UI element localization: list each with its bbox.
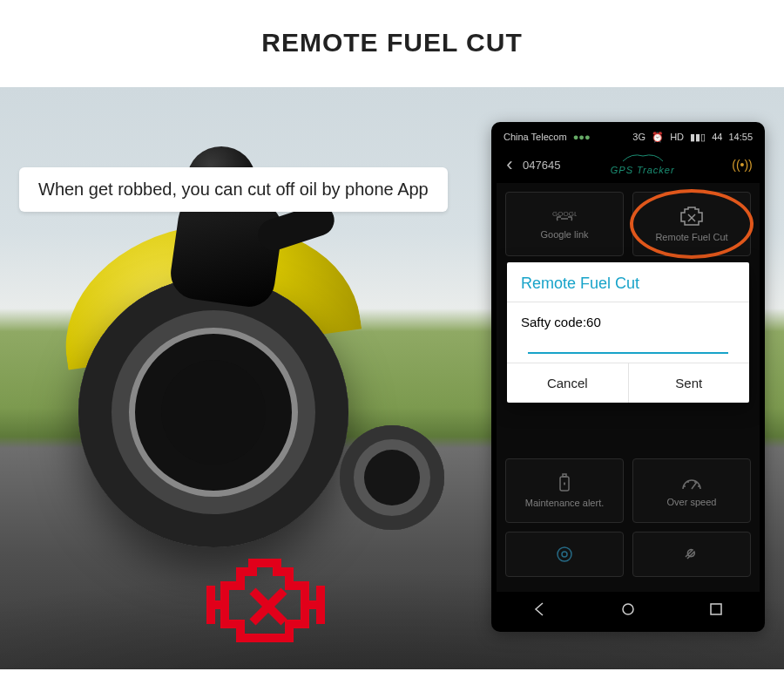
svg-text:GOOGLE: GOOGLE (552, 210, 577, 218)
gauge-icon (680, 474, 703, 492)
tile-label: Over speed (667, 497, 717, 507)
tile-label: Google link (540, 229, 588, 240)
antenna-icon: ((•)) (725, 158, 760, 172)
dialog-remote-fuel-cut: Remote Fuel Cut Safty code:60 Cancel Sen… (507, 262, 749, 403)
wrench-icon (682, 545, 701, 564)
svg-line-11 (692, 482, 697, 489)
device-id: 047645 (523, 159, 560, 172)
car-outline-icon (621, 154, 665, 163)
net-indicator: 3G (632, 132, 645, 142)
tile-over-speed[interactable]: Over speed (632, 458, 751, 523)
svg-line-8 (688, 214, 695, 221)
svg-point-16 (558, 547, 571, 561)
status-bar: China Telecom ●●● 3G ⏰ HD ▮▮▯ 44 14:55 (497, 127, 760, 146)
tile-remote-fuel-cut[interactable]: Remote Fuel Cut (632, 192, 751, 256)
app-logo: GPS Tracker (560, 154, 725, 175)
engine-x-icon (200, 551, 331, 655)
tile-partial-2[interactable] (632, 532, 751, 577)
carrier-1: China Telecom (504, 132, 567, 142)
page-title-bar: REMOTE FUEL CUT (0, 0, 784, 85)
dialog-body-text: Safty code:60 (521, 315, 601, 329)
back-button[interactable]: ‹ (497, 153, 523, 176)
svg-rect-10 (563, 474, 566, 477)
sent-button[interactable]: Sent (628, 363, 750, 403)
signal-icon: ▮▮▯ (690, 132, 706, 142)
tile-maintenance-alert[interactable]: Maintenance alert. (505, 458, 624, 523)
dialog-actions: Cancel Sent (507, 363, 749, 403)
battery-icon: 44 (712, 132, 722, 142)
cancel-button[interactable]: Cancel (507, 363, 628, 403)
nav-back-button[interactable] (531, 600, 550, 619)
alarm-icon: ⏰ (652, 132, 664, 142)
engine-icon (678, 206, 706, 227)
phone-mock: China Telecom ●●● 3G ⏰ HD ▮▮▯ 44 14:55 ‹… (491, 122, 765, 632)
clock: 14:55 (728, 132, 753, 142)
tile-google-link[interactable]: GOOGLE Google link (505, 192, 624, 256)
dialog-body: Safty code:60 (507, 302, 749, 363)
dialog-input[interactable] (528, 352, 728, 354)
front-wheel (340, 425, 444, 530)
callout-bubble: When get robbed, you can cut off oil by … (19, 167, 448, 212)
svg-point-14 (694, 481, 696, 483)
hd-icon: HD (670, 132, 684, 142)
phone-screen: China Telecom ●●● 3G ⏰ HD ▮▮▯ 44 14:55 ‹… (497, 127, 760, 627)
nav-home-button[interactable] (618, 600, 638, 619)
page-title: REMOTE FUEL CUT (0, 28, 784, 58)
tile-partial-1[interactable] (505, 532, 624, 577)
svg-point-13 (687, 481, 689, 483)
nav-recent-button[interactable] (706, 600, 726, 619)
tile-grid-lower: Maintenance alert. Over speed (497, 450, 760, 586)
svg-point-18 (623, 604, 633, 614)
svg-point-12 (684, 485, 686, 487)
android-nav-bar (497, 592, 760, 627)
svg-line-7 (688, 214, 695, 221)
hero-image: When get robbed, you can cut off oil by … (0, 87, 784, 669)
tile-label: Maintenance alert. (525, 498, 605, 508)
svg-point-15 (698, 485, 700, 487)
callout-text: When get robbed, you can cut off oil by … (38, 180, 429, 199)
tile-grid-upper: GOOGLE Google link Remote Fuel Cut (497, 183, 760, 265)
link-icon: GOOGLE (552, 208, 577, 224)
svg-rect-19 (711, 604, 721, 614)
svg-point-17 (562, 552, 567, 557)
target-icon (555, 545, 574, 564)
app-header: ‹ 047645 GPS Tracker ((•)) (497, 146, 760, 183)
dialog-title: Remote Fuel Cut (507, 262, 749, 302)
tile-label: Remote Fuel Cut (655, 232, 727, 242)
motorcycle-image (17, 207, 392, 573)
oil-can-icon (556, 473, 573, 492)
